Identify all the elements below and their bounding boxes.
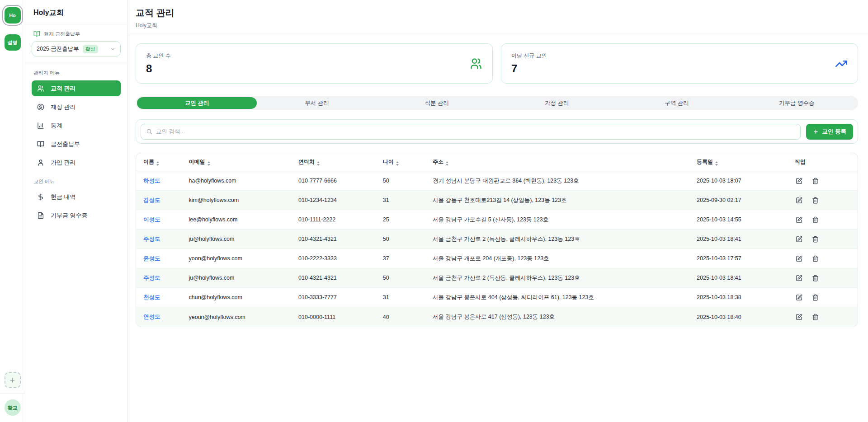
table-body: 하성도 ha@holyflows.com 010-7777-6666 50 경기… — [136, 171, 858, 327]
column-header-email[interactable]: 이메일 — [185, 158, 295, 166]
member-registered: 2025-09-30 02:17 — [693, 197, 791, 203]
workspace-button-ho[interactable]: Ho — [5, 7, 21, 23]
file-text-icon — [37, 212, 44, 219]
search-box — [141, 124, 801, 140]
trash-icon — [812, 255, 819, 262]
member-name-link[interactable]: 이성도 — [143, 216, 160, 223]
sidebar-item-donation-receipts[interactable]: 기부금 영수증 — [32, 207, 121, 223]
sidebar-item-statistics[interactable]: 통계 — [32, 117, 121, 133]
edit-icon — [796, 275, 802, 281]
sort-icon — [715, 161, 718, 166]
row-actions — [795, 196, 854, 205]
delete-member-button[interactable] — [811, 216, 820, 224]
member-search-input[interactable] — [156, 128, 795, 135]
column-header-age[interactable]: 나이 — [379, 158, 429, 166]
edit-member-button[interactable] — [795, 274, 803, 282]
sidebar-item-finance[interactable]: 재정 관리 — [32, 99, 121, 115]
column-header-registered[interactable]: 등록일 — [693, 158, 791, 166]
delete-member-button[interactable] — [811, 254, 820, 263]
sidebar-item-member-records[interactable]: 교적 관리 — [32, 80, 121, 96]
sort-icon — [396, 161, 399, 166]
edit-icon — [796, 236, 802, 243]
member-phone: 010-4321-4321 — [295, 275, 379, 281]
delete-member-button[interactable] — [811, 293, 820, 302]
add-workspace-button[interactable] — [5, 372, 21, 388]
edit-member-button[interactable] — [795, 293, 803, 302]
delete-member-button[interactable] — [811, 196, 820, 205]
sidebar: Holy교회 현재 금전출납부 2025 금전출납부 활성 관리자 메뉴 교적 … — [25, 0, 127, 422]
sidebar-item-ledger[interactable]: 금전출납부 — [32, 136, 121, 152]
member-registered: 2025-10-03 18:38 — [693, 294, 791, 300]
dollar-circle-icon — [37, 103, 44, 111]
table-row: 윤성도 yoon@holyflows.com 010-2222-3333 37 … — [136, 249, 858, 268]
sort-icon — [317, 161, 320, 166]
member-menu-section-label: 교인 메뉴 — [33, 178, 119, 185]
member-address: 서울 강동구 천호대로213길 14 (상일동), 123동 123호 — [429, 197, 693, 204]
edit-member-button[interactable] — [795, 196, 803, 205]
trending-up-icon — [835, 57, 848, 70]
register-member-button[interactable]: 교인 등록 — [806, 124, 853, 140]
edit-member-button[interactable] — [795, 313, 803, 321]
tab-district-management[interactable]: 구역 관리 — [617, 97, 736, 109]
edit-member-button[interactable] — [795, 254, 803, 263]
member-name-link[interactable]: 천성도 — [143, 294, 160, 300]
member-address: 서울 금천구 가산로 2 (독산동, 클레시하우스), 123동 123호 — [429, 235, 693, 243]
member-name-link[interactable]: 주성도 — [143, 236, 160, 242]
member-age: 50 — [379, 236, 429, 242]
member-name-link[interactable]: 하성도 — [143, 178, 160, 184]
stat-card-new-members: 이달 신규 교인 7 — [501, 43, 858, 84]
edit-icon — [796, 216, 802, 223]
delete-member-button[interactable] — [811, 274, 820, 282]
column-header-address[interactable]: 주소 — [429, 158, 693, 166]
tab-member-management[interactable]: 교인 관리 — [137, 97, 257, 109]
member-name-link[interactable]: 연성도 — [143, 314, 160, 320]
member-name-link[interactable]: 주성도 — [143, 275, 160, 281]
stat-value: 7 — [511, 62, 547, 75]
member-email: yeoun@holyflows.com — [185, 314, 295, 320]
edit-icon — [796, 197, 802, 204]
member-address: 서울 금천구 가산로 2 (독산동, 클레시하우스), 123동 123호 — [429, 274, 693, 282]
table-row: 연성도 yeoun@holyflows.com 010-0000-1111 40… — [136, 307, 858, 327]
column-header-name[interactable]: 이름 — [136, 158, 185, 166]
member-address: 서울 강남구 개포로 204 (개포동), 123동 123호 — [429, 255, 693, 263]
edit-member-button[interactable] — [795, 216, 803, 224]
member-name-link[interactable]: 김성도 — [143, 197, 160, 203]
app-title: Holy교회 — [32, 6, 121, 24]
tab-donation-receipts[interactable]: 기부금 영수증 — [737, 97, 857, 109]
divider — [25, 63, 127, 63]
member-phone: 010-4321-4321 — [295, 236, 379, 242]
delete-member-button[interactable] — [811, 313, 820, 321]
member-phone: 010-0000-1111 — [295, 314, 379, 320]
member-registered: 2025-10-03 18:07 — [693, 178, 791, 184]
rail-divider — [0, 394, 25, 394]
member-age: 40 — [379, 314, 429, 320]
avatar[interactable]: 황교 — [5, 399, 21, 416]
member-address: 경기 성남시 분당구 대왕판교로 364 (백현동), 123동 123호 — [429, 177, 693, 185]
member-email: kim@holyflows.com — [185, 197, 295, 203]
member-name-link[interactable]: 윤성도 — [143, 255, 160, 262]
ledger-select[interactable]: 2025 금전출납부 활성 — [32, 41, 121, 56]
edit-icon — [796, 255, 802, 262]
member-address: 서울 강남구 가로수길 5 (신사동), 123동 123호 — [429, 216, 693, 224]
tab-department-management[interactable]: 부서 관리 — [257, 97, 377, 109]
column-header-phone[interactable]: 연락처 — [295, 158, 379, 166]
delete-member-button[interactable] — [811, 235, 820, 244]
delete-member-button[interactable] — [811, 177, 820, 185]
sidebar-item-signup[interactable]: 가입 관리 — [32, 155, 121, 170]
member-phone: 010-1234-1234 — [295, 197, 379, 203]
sidebar-item-offerings[interactable]: 헌금 내역 — [32, 189, 121, 205]
member-address: 서울 강남구 봉은사로 417 (삼성동), 123동 123호 — [429, 313, 693, 321]
edit-member-button[interactable] — [795, 235, 803, 244]
tab-family-management[interactable]: 가정 관리 — [497, 97, 617, 109]
sidebar-item-label: 기부금 영수증 — [51, 211, 88, 220]
chevron-down-icon — [110, 46, 116, 52]
workspace-button-seolmyeong[interactable]: 설명 — [5, 34, 21, 51]
sidebar-item-label: 교적 관리 — [51, 84, 76, 93]
member-phone: 010-7777-6666 — [295, 178, 379, 184]
search-icon — [146, 128, 152, 135]
trash-icon — [812, 197, 819, 204]
admin-menu-section-label: 관리자 메뉴 — [33, 70, 119, 76]
edit-member-button[interactable] — [795, 177, 803, 185]
tab-position-management[interactable]: 직분 관리 — [377, 97, 497, 109]
row-actions — [795, 216, 854, 224]
